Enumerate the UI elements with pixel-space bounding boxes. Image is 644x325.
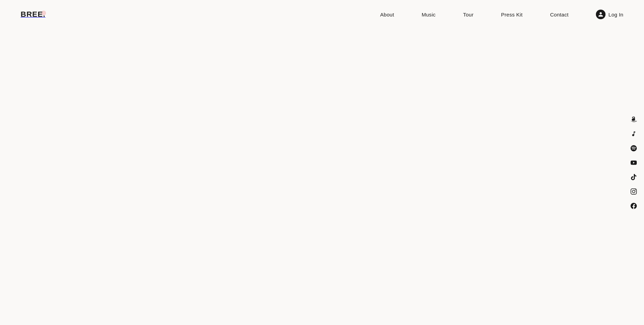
main-content <box>0 29 644 325</box>
social-sidebar <box>630 116 637 209</box>
facebook-icon[interactable] <box>630 202 637 209</box>
main-nav: About Music Tour Press Kit Contact Log I… <box>380 10 623 19</box>
account-icon <box>596 10 606 19</box>
amazon-icon[interactable] <box>630 116 637 123</box>
login-label: Log In <box>608 12 623 18</box>
logo-text: BREE. <box>21 10 45 19</box>
instagram-icon[interactable] <box>630 188 637 195</box>
apple-music-icon[interactable] <box>630 130 637 137</box>
nav-item-contact[interactable]: Contact <box>550 12 569 18</box>
nav-item-tour[interactable]: Tour <box>463 12 474 18</box>
login-button[interactable]: Log In <box>596 10 623 19</box>
site-header: BREE. About Music Tour Press Kit Contact… <box>0 0 644 29</box>
tiktok-icon[interactable] <box>630 174 637 181</box>
youtube-icon[interactable] <box>630 159 637 166</box>
account-svg <box>598 12 603 17</box>
nav-item-presskit[interactable]: Press Kit <box>501 12 523 18</box>
nav-item-about[interactable]: About <box>380 12 394 18</box>
spotify-icon[interactable] <box>630 145 637 152</box>
nav-item-music[interactable]: Music <box>422 12 436 18</box>
site-logo[interactable]: BREE. <box>21 10 45 19</box>
